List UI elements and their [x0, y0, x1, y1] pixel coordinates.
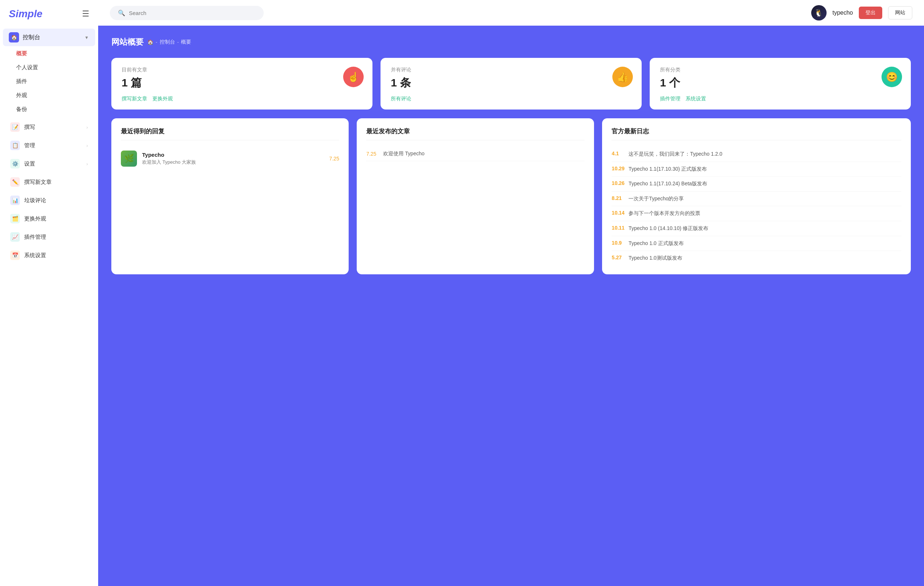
log-date: 5.27 [612, 254, 625, 261]
search-bar[interactable]: 🔍 [110, 6, 264, 20]
link-system-settings[interactable]: 系统设置 [686, 96, 706, 102]
log-item[interactable]: 10.11 Typecho 1.0 (14.10.10) 修正版发布 [612, 221, 901, 236]
breadcrumb-home-icon: 🏠 [147, 39, 153, 45]
article-date: 7.25 [366, 151, 380, 157]
sidebar-item-system-settings[interactable]: 📅 系统设置 [3, 247, 95, 264]
manage-icon: 📋 [10, 140, 20, 150]
stat-icon-articles: ☝️ [343, 67, 364, 87]
log-title: Typecho 1.0 正式版发布 [629, 240, 683, 247]
log-item[interactable]: 10.9 Typecho 1.0 正式版发布 [612, 236, 901, 251]
website-button[interactable]: 网站 [888, 6, 912, 20]
reply-item: 🌿 Typecho 欢迎加入 Typecho 大家族 7.25 [121, 147, 339, 170]
hamburger-icon[interactable]: ☰ [82, 9, 89, 19]
log-items-container: 4.1 这不是玩笑，我们回来了：Typecho 1.2.0 10.29 Type… [612, 147, 901, 266]
log-title: 这不是玩笑，我们回来了：Typecho 1.2.0 [629, 150, 722, 158]
log-title: 一次关于Typecho的分享 [629, 195, 684, 203]
stat-links-articles: 撰写新文章 更换外观 [122, 96, 362, 102]
page-title: 网站概要 [111, 36, 144, 48]
dashboard-icon: 🏠 [9, 32, 19, 43]
content-area: 网站概要 🏠 - 控制台 - 概要 目前有文章 1 篇 ☝️ 撰写新文章 [98, 26, 924, 586]
stat-label-categories: 所有分类 [660, 67, 901, 73]
sidebar-item-label: 管理 [24, 142, 35, 149]
log-item[interactable]: 10.29 Typecho 1.1(17.10.30) 正式版发布 [612, 162, 901, 177]
sidebar-item-trash-comments[interactable]: 📊 垃圾评论 [3, 192, 95, 209]
log-item[interactable]: 5.27 Typecho 1.0测试版发布 [612, 251, 901, 266]
log-item[interactable]: 10.14 参与下一个版本开发方向的投票 [612, 206, 901, 221]
sidebar-item-overview[interactable]: 概要 [3, 47, 95, 60]
sidebar-item-write[interactable]: 📝 撰写 › [3, 119, 95, 135]
change-theme-icon: 🗂️ [10, 214, 20, 223]
stat-icon-categories: 😊 [881, 67, 902, 87]
sidebar-item-new-post[interactable]: ✏️ 撰写新文章 [3, 173, 95, 190]
link-new-post[interactable]: 撰写新文章 [122, 96, 147, 102]
log-date: 10.26 [612, 180, 625, 186]
log-title: 参与下一个版本开发方向的投票 [629, 210, 700, 217]
sidebar-item-appearance[interactable]: 外观 [3, 89, 95, 102]
stat-label-articles: 目前有文章 [122, 67, 362, 73]
stat-value-comments: 1 条 [391, 76, 631, 91]
sidebar-group-label: 控制台 [23, 34, 40, 41]
stat-links-categories: 插件管理 系统设置 [660, 96, 901, 102]
log-item[interactable]: 10.26 Typecho 1.1(17.10.24) Beta版发布 [612, 177, 901, 191]
log-date: 10.14 [612, 210, 625, 216]
new-post-icon: ✏️ [10, 177, 20, 187]
log-item[interactable]: 8.21 一次关于Typecho的分享 [612, 191, 901, 206]
sidebar-item-profile[interactable]: 个人设置 [3, 61, 95, 74]
stats-row: 目前有文章 1 篇 ☝️ 撰写新文章 更换外观 并有评论 1 条 👍 所有评论 [111, 58, 911, 109]
stat-card-comments: 并有评论 1 条 👍 所有评论 [381, 58, 642, 109]
official-logs-card: 官方最新日志 4.1 这不是玩笑，我们回来了：Typecho 1.2.0 10.… [602, 118, 911, 274]
sidebar-header: Simple ☰ [0, 0, 98, 28]
system-settings-icon: 📅 [10, 251, 20, 260]
log-date: 4.1 [612, 150, 625, 157]
search-input[interactable] [129, 10, 256, 16]
stat-links-comments: 所有评论 [391, 96, 631, 102]
log-date: 10.11 [612, 225, 625, 231]
reply-name: Typecho [142, 152, 324, 158]
stat-value-categories: 1 个 [660, 76, 901, 91]
main-area: 🔍 🐧 typecho 登出 网站 网站概要 🏠 - 控制台 - 概要 [98, 0, 924, 586]
reply-info: Typecho 欢迎加入 Typecho 大家族 [142, 152, 324, 165]
article-title: 欢迎使用 Typecho [383, 150, 424, 157]
log-title: Typecho 1.1(17.10.30) 正式版发布 [629, 165, 707, 173]
sidebar-item-change-theme[interactable]: 🗂️ 更换外观 [3, 210, 95, 227]
sidebar-group-dashboard[interactable]: 🏠 控制台 ▾ [3, 28, 95, 46]
stat-label-comments: 并有评论 [391, 67, 631, 73]
log-item[interactable]: 4.1 这不是玩笑，我们回来了：Typecho 1.2.0 [612, 147, 901, 162]
sidebar-item-label: 更换外观 [24, 215, 46, 222]
sidebar-item-label: 外观 [16, 92, 27, 99]
plugin-manage-icon: 📈 [10, 232, 20, 242]
sidebar-item-label: 插件 [16, 78, 27, 85]
sidebar-item-label: 个人设置 [16, 64, 38, 71]
sidebar-item-plugins[interactable]: 插件 [3, 75, 95, 88]
sidebar-item-manage[interactable]: 📋 管理 › [3, 137, 95, 154]
chevron-right-icon: › [86, 161, 88, 167]
reply-thumbnail: 🌿 [121, 150, 137, 167]
link-all-comments[interactable]: 所有评论 [391, 96, 411, 102]
username: typecho [832, 10, 853, 16]
settings-icon: ⚙️ [10, 159, 20, 168]
link-plugin-manage[interactable]: 插件管理 [660, 96, 680, 102]
recent-articles-card: 最近发布的文章 7.25 欢迎使用 Typecho [357, 118, 594, 274]
logo: Simple [9, 8, 43, 20]
log-title: Typecho 1.1(17.10.24) Beta版发布 [629, 180, 707, 188]
avatar: 🐧 [811, 5, 827, 20]
header: 🔍 🐧 typecho 登出 网站 [98, 0, 924, 26]
log-title: Typecho 1.0测试版发布 [629, 254, 682, 262]
sidebar-item-backup[interactable]: 备份 [3, 102, 95, 116]
sidebar-item-label: 撰写新文章 [24, 179, 52, 186]
stat-icon-comments: 👍 [612, 67, 633, 87]
content-inner: 网站概要 🏠 - 控制台 - 概要 目前有文章 1 篇 ☝️ 撰写新文章 [98, 26, 924, 287]
logout-button[interactable]: 登出 [859, 7, 882, 19]
breadcrumb-item-overview: 概要 [181, 39, 191, 45]
chevron-right-icon: › [86, 124, 88, 130]
official-logs-title: 官方最新日志 [612, 127, 901, 140]
link-change-appearance[interactable]: 更换外观 [152, 96, 173, 102]
header-right: 🐧 typecho 登出 网站 [811, 5, 912, 20]
stat-card-categories: 所有分类 1 个 😊 插件管理 系统设置 [650, 58, 911, 109]
article-item[interactable]: 7.25 欢迎使用 Typecho [366, 147, 584, 161]
sidebar-item-settings[interactable]: ⚙️ 设置 › [3, 155, 95, 172]
sidebar-item-label: 设置 [24, 160, 35, 167]
page-title-bar: 网站概要 🏠 - 控制台 - 概要 [111, 36, 911, 48]
sidebar: Simple ☰ 🏠 控制台 ▾ 概要 个人设置 插件 外观 备份 📝 撰写 [0, 0, 98, 586]
sidebar-item-plugin-manage[interactable]: 📈 插件管理 [3, 229, 95, 245]
